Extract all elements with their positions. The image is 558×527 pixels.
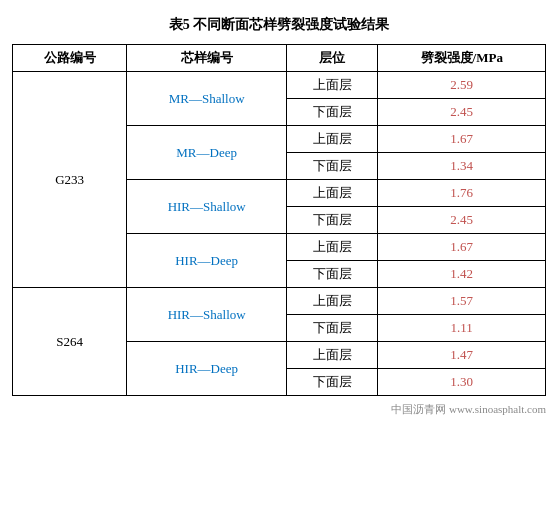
sample-code-cell: HIR—Deep <box>127 234 287 288</box>
strength-cell: 1.30 <box>378 369 546 396</box>
layer-cell: 下面层 <box>287 153 378 180</box>
table-title: 表5 不同断面芯样劈裂强度试验结果 <box>169 16 390 34</box>
strength-cell: 1.76 <box>378 180 546 207</box>
sample-code-cell: MR—Deep <box>127 126 287 180</box>
road-code-cell: S264 <box>13 288 127 396</box>
layer-cell: 上面层 <box>287 72 378 99</box>
strength-cell: 1.42 <box>378 261 546 288</box>
layer-cell: 下面层 <box>287 99 378 126</box>
col-road: 公路编号 <box>13 45 127 72</box>
layer-cell: 上面层 <box>287 126 378 153</box>
table-row: G233MR—Shallow上面层2.59 <box>13 72 546 99</box>
layer-cell: 上面层 <box>287 234 378 261</box>
strength-cell: 2.45 <box>378 207 546 234</box>
strength-cell: 1.11 <box>378 315 546 342</box>
data-table: 公路编号 芯样编号 层位 劈裂强度/MPa G233MR—Shallow上面层2… <box>12 44 546 396</box>
layer-cell: 下面层 <box>287 369 378 396</box>
sample-code-cell: HIR—Shallow <box>127 288 287 342</box>
table-row: S264HIR—Shallow上面层1.57 <box>13 288 546 315</box>
layer-cell: 上面层 <box>287 342 378 369</box>
strength-cell: 1.67 <box>378 234 546 261</box>
layer-cell: 上面层 <box>287 180 378 207</box>
layer-cell: 上面层 <box>287 288 378 315</box>
strength-cell: 1.47 <box>378 342 546 369</box>
sample-code-cell: HIR—Shallow <box>127 180 287 234</box>
header-row: 公路编号 芯样编号 层位 劈裂强度/MPa <box>13 45 546 72</box>
road-code-cell: G233 <box>13 72 127 288</box>
strength-cell: 1.34 <box>378 153 546 180</box>
col-layer: 层位 <box>287 45 378 72</box>
sample-code-cell: HIR—Deep <box>127 342 287 396</box>
col-strength: 劈裂强度/MPa <box>378 45 546 72</box>
strength-cell: 2.45 <box>378 99 546 126</box>
watermark: 中国沥青网 www.sinoasphalt.com <box>391 402 546 417</box>
layer-cell: 下面层 <box>287 207 378 234</box>
layer-cell: 下面层 <box>287 315 378 342</box>
strength-cell: 2.59 <box>378 72 546 99</box>
strength-cell: 1.67 <box>378 126 546 153</box>
sample-code-cell: MR—Shallow <box>127 72 287 126</box>
strength-cell: 1.57 <box>378 288 546 315</box>
layer-cell: 下面层 <box>287 261 378 288</box>
col-sample: 芯样编号 <box>127 45 287 72</box>
